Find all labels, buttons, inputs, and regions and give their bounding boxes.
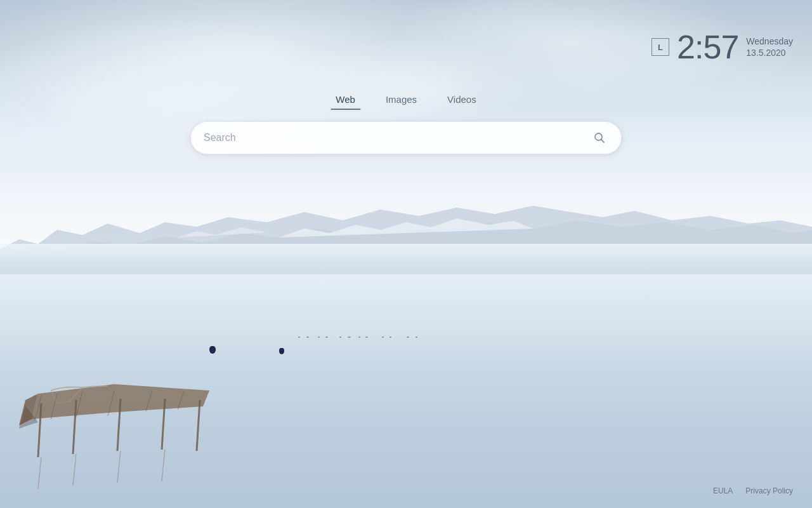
clock-time: 2:57 <box>677 30 738 64</box>
privacy-policy-link[interactable]: Privacy Policy <box>745 486 793 495</box>
tab-web[interactable]: Web <box>320 89 370 110</box>
clock-date-info: Wednesday 13.5.2020 <box>746 36 793 58</box>
tab-images[interactable]: Images <box>370 89 432 110</box>
clock-date: 13.5.2020 <box>746 47 793 58</box>
tab-videos[interactable]: Videos <box>432 89 492 110</box>
search-icon <box>594 132 605 144</box>
ui-overlay: L 2:57 Wednesday 13.5.2020 Web Images Vi… <box>0 0 812 508</box>
search-input[interactable] <box>204 132 591 144</box>
search-area: Web Images Videos <box>190 89 622 154</box>
tabs-container: Web Images Videos <box>320 89 491 110</box>
eula-link[interactable]: EULA <box>713 486 733 495</box>
search-button[interactable] <box>591 129 608 147</box>
clock-container: L 2:57 Wednesday 13.5.2020 <box>652 30 793 64</box>
clock-day: Wednesday <box>746 36 793 47</box>
svg-line-19 <box>601 140 604 142</box>
footer: EULA Privacy Policy <box>713 486 793 495</box>
search-box <box>190 121 622 154</box>
clock-icon: L <box>652 38 669 56</box>
